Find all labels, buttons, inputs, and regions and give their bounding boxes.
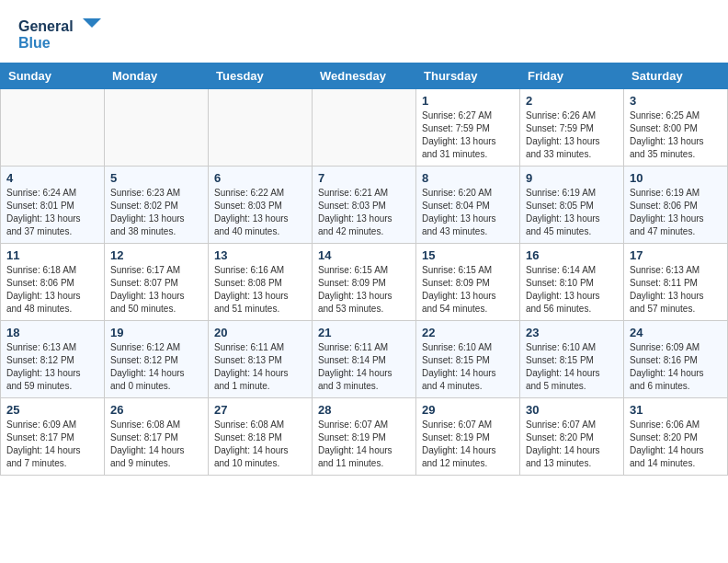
day-number: 17 [630, 248, 722, 262]
calendar-day-cell: 15Sunrise: 6:15 AM Sunset: 8:09 PM Dayli… [416, 244, 520, 321]
calendar-day-cell [1, 89, 105, 167]
svg-marker-0 [83, 18, 101, 28]
calendar-day-cell: 6Sunrise: 6:22 AM Sunset: 8:03 PM Daylig… [209, 167, 313, 244]
day-info: Sunrise: 6:19 AM Sunset: 8:06 PM Dayligh… [630, 187, 722, 238]
day-number: 12 [110, 248, 202, 262]
day-info: Sunrise: 6:13 AM Sunset: 8:11 PM Dayligh… [630, 264, 722, 316]
day-number: 18 [6, 326, 98, 339]
day-number: 4 [6, 171, 98, 185]
day-info: Sunrise: 6:07 AM Sunset: 8:19 PM Dayligh… [422, 419, 514, 470]
calendar-day-cell: 12Sunrise: 6:17 AM Sunset: 8:07 PM Dayli… [105, 244, 209, 321]
day-number: 15 [422, 248, 514, 262]
calendar-day-cell: 27Sunrise: 6:08 AM Sunset: 8:18 PM Dayli… [209, 398, 313, 476]
day-number: 23 [526, 326, 618, 339]
logo: GeneralBlue [18, 15, 101, 55]
calendar-day-cell: 30Sunrise: 6:07 AM Sunset: 8:20 PM Dayli… [520, 398, 624, 476]
day-info: Sunrise: 6:27 AM Sunset: 7:59 PM Dayligh… [422, 109, 514, 161]
calendar-day-cell: 29Sunrise: 6:07 AM Sunset: 8:19 PM Dayli… [416, 398, 520, 476]
day-number: 7 [318, 171, 410, 185]
weekday-header-saturday: Saturday [624, 63, 728, 89]
day-number: 11 [6, 248, 98, 262]
svg-text:General: General [18, 18, 74, 34]
weekday-header-thursday: Thursday [416, 63, 520, 89]
day-number: 16 [526, 248, 618, 262]
day-number: 2 [526, 94, 618, 108]
day-info: Sunrise: 6:13 AM Sunset: 8:12 PM Dayligh… [6, 341, 98, 393]
day-info: Sunrise: 6:08 AM Sunset: 8:18 PM Dayligh… [214, 419, 306, 470]
weekday-header-sunday: Sunday [1, 63, 105, 89]
calendar-day-cell: 9Sunrise: 6:19 AM Sunset: 8:05 PM Daylig… [520, 167, 624, 244]
day-number: 6 [214, 171, 306, 185]
calendar-day-cell: 23Sunrise: 6:10 AM Sunset: 8:15 PM Dayli… [520, 321, 624, 398]
calendar-day-cell: 16Sunrise: 6:14 AM Sunset: 8:10 PM Dayli… [520, 244, 624, 321]
day-info: Sunrise: 6:14 AM Sunset: 8:10 PM Dayligh… [526, 264, 618, 316]
calendar-day-cell: 24Sunrise: 6:09 AM Sunset: 8:16 PM Dayli… [624, 321, 728, 398]
calendar-day-cell: 21Sunrise: 6:11 AM Sunset: 8:14 PM Dayli… [313, 321, 416, 398]
calendar-day-cell: 25Sunrise: 6:09 AM Sunset: 8:17 PM Dayli… [1, 398, 105, 476]
calendar-day-cell: 5Sunrise: 6:23 AM Sunset: 8:02 PM Daylig… [105, 167, 209, 244]
day-info: Sunrise: 6:17 AM Sunset: 8:07 PM Dayligh… [110, 264, 202, 316]
calendar-week-row: 1Sunrise: 6:27 AM Sunset: 7:59 PM Daylig… [1, 89, 728, 167]
day-number: 20 [214, 326, 306, 339]
calendar-week-row: 25Sunrise: 6:09 AM Sunset: 8:17 PM Dayli… [1, 398, 728, 476]
calendar-day-cell [105, 89, 209, 167]
day-number: 5 [110, 171, 202, 185]
day-info: Sunrise: 6:20 AM Sunset: 8:04 PM Dayligh… [422, 187, 514, 238]
day-number: 13 [214, 248, 306, 262]
day-number: 8 [422, 171, 514, 185]
day-number: 1 [422, 94, 514, 108]
calendar-day-cell: 3Sunrise: 6:25 AM Sunset: 8:00 PM Daylig… [624, 89, 728, 167]
day-info: Sunrise: 6:07 AM Sunset: 8:19 PM Dayligh… [318, 419, 410, 470]
day-info: Sunrise: 6:10 AM Sunset: 8:15 PM Dayligh… [526, 341, 618, 393]
calendar-week-row: 18Sunrise: 6:13 AM Sunset: 8:12 PM Dayli… [1, 321, 728, 398]
calendar-day-cell: 14Sunrise: 6:15 AM Sunset: 8:09 PM Dayli… [313, 244, 416, 321]
calendar-week-row: 4Sunrise: 6:24 AM Sunset: 8:01 PM Daylig… [1, 167, 728, 244]
day-info: Sunrise: 6:16 AM Sunset: 8:08 PM Dayligh… [214, 264, 306, 316]
day-info: Sunrise: 6:19 AM Sunset: 8:05 PM Dayligh… [526, 187, 618, 238]
day-number: 30 [526, 403, 618, 417]
day-info: Sunrise: 6:10 AM Sunset: 8:15 PM Dayligh… [422, 341, 514, 393]
weekday-header-friday: Friday [520, 63, 624, 89]
weekday-header-row: SundayMondayTuesdayWednesdayThursdayFrid… [1, 63, 728, 89]
calendar-day-cell: 1Sunrise: 6:27 AM Sunset: 7:59 PM Daylig… [416, 89, 520, 167]
day-number: 19 [110, 326, 202, 339]
day-number: 24 [630, 326, 722, 339]
day-number: 9 [526, 171, 618, 185]
day-info: Sunrise: 6:11 AM Sunset: 8:14 PM Dayligh… [318, 341, 410, 393]
day-info: Sunrise: 6:15 AM Sunset: 8:09 PM Dayligh… [318, 264, 410, 316]
calendar-day-cell [313, 89, 416, 167]
day-info: Sunrise: 6:18 AM Sunset: 8:06 PM Dayligh… [6, 264, 98, 316]
day-number: 26 [110, 403, 202, 417]
day-info: Sunrise: 6:25 AM Sunset: 8:00 PM Dayligh… [630, 109, 722, 161]
calendar-day-cell: 17Sunrise: 6:13 AM Sunset: 8:11 PM Dayli… [624, 244, 728, 321]
calendar-day-cell: 10Sunrise: 6:19 AM Sunset: 8:06 PM Dayli… [624, 167, 728, 244]
day-number: 14 [318, 248, 410, 262]
day-info: Sunrise: 6:09 AM Sunset: 8:17 PM Dayligh… [6, 419, 98, 470]
day-number: 3 [630, 94, 722, 108]
day-number: 29 [422, 403, 514, 417]
day-info: Sunrise: 6:24 AM Sunset: 8:01 PM Dayligh… [6, 187, 98, 238]
day-info: Sunrise: 6:26 AM Sunset: 7:59 PM Dayligh… [526, 109, 618, 161]
calendar-day-cell: 18Sunrise: 6:13 AM Sunset: 8:12 PM Dayli… [1, 321, 105, 398]
calendar-day-cell: 13Sunrise: 6:16 AM Sunset: 8:08 PM Dayli… [209, 244, 313, 321]
calendar-table: SundayMondayTuesdayWednesdayThursdayFrid… [0, 63, 728, 476]
day-info: Sunrise: 6:12 AM Sunset: 8:12 PM Dayligh… [110, 341, 202, 393]
calendar-week-row: 11Sunrise: 6:18 AM Sunset: 8:06 PM Dayli… [1, 244, 728, 321]
day-info: Sunrise: 6:07 AM Sunset: 8:20 PM Dayligh… [526, 419, 618, 470]
day-number: 31 [630, 403, 722, 417]
day-info: Sunrise: 6:06 AM Sunset: 8:20 PM Dayligh… [630, 419, 722, 470]
day-number: 28 [318, 403, 410, 417]
day-info: Sunrise: 6:23 AM Sunset: 8:02 PM Dayligh… [110, 187, 202, 238]
calendar-day-cell [209, 89, 313, 167]
calendar-day-cell: 11Sunrise: 6:18 AM Sunset: 8:06 PM Dayli… [1, 244, 105, 321]
calendar-day-cell: 19Sunrise: 6:12 AM Sunset: 8:12 PM Dayli… [105, 321, 209, 398]
calendar-day-cell: 31Sunrise: 6:06 AM Sunset: 8:20 PM Dayli… [624, 398, 728, 476]
day-info: Sunrise: 6:09 AM Sunset: 8:16 PM Dayligh… [630, 341, 722, 393]
generalblue-logo: GeneralBlue [18, 15, 101, 55]
day-info: Sunrise: 6:11 AM Sunset: 8:13 PM Dayligh… [214, 341, 306, 393]
calendar-day-cell: 7Sunrise: 6:21 AM Sunset: 8:03 PM Daylig… [313, 167, 416, 244]
weekday-header-wednesday: Wednesday [313, 63, 416, 89]
day-info: Sunrise: 6:21 AM Sunset: 8:03 PM Dayligh… [318, 187, 410, 238]
calendar-day-cell: 26Sunrise: 6:08 AM Sunset: 8:17 PM Dayli… [105, 398, 209, 476]
calendar-day-cell: 4Sunrise: 6:24 AM Sunset: 8:01 PM Daylig… [1, 167, 105, 244]
